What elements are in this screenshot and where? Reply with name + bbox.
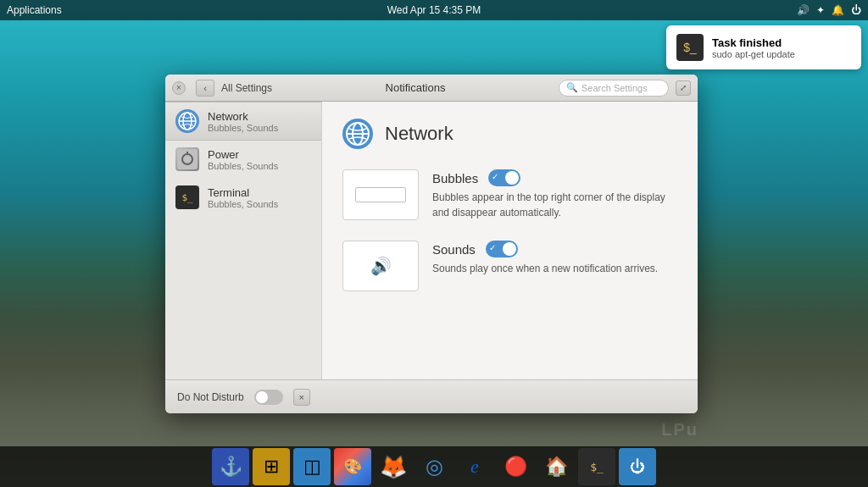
firefox-icon: 🦊 — [380, 454, 407, 480]
terminal-label: Terminal — [208, 186, 278, 199]
content-network-icon — [342, 119, 373, 149]
taskbar-app-toggle[interactable]: ⏻ — [619, 448, 656, 485]
network-label: Network — [208, 110, 278, 123]
window-title: Notifications — [279, 81, 552, 94]
toast-subtitle: sudo apt-get update — [712, 49, 795, 59]
taskbar-app-virtualbox[interactable]: ◫ — [293, 448, 331, 485]
terminal-sub: Bubbles, Sounds — [208, 199, 278, 209]
chrome-icon: 🔴 — [504, 456, 527, 478]
sounds-toggle-container: ✓ — [486, 241, 518, 257]
notification-toast: $_ Task finished sudo apt-get update — [666, 25, 861, 69]
files-icon: 🏠 — [545, 456, 568, 478]
page-title: Network — [385, 123, 453, 145]
bubbles-title: Bubbles — [432, 171, 478, 185]
sounds-description: Sounds play once when a new notification… — [432, 261, 677, 276]
network-icon — [175, 109, 199, 133]
nemo-icon: 🎨 — [343, 457, 362, 476]
content-header: Network — [342, 119, 677, 149]
toggle-icon: ⏻ — [630, 458, 645, 476]
do-not-disturb-label: Do Not Disturb — [177, 391, 244, 403]
sounds-header-row: Sounds ✓ — [432, 241, 677, 257]
anchor-icon: ⚓ — [220, 456, 242, 478]
toast-app-icon: $_ — [676, 34, 704, 61]
watermark: LPu — [661, 420, 698, 440]
sounds-info: Sounds ✓ Sounds play once when a new not… — [432, 241, 677, 276]
toast-title: Task finished — [712, 36, 795, 49]
power-text-block: Power Bubbles, Sounds — [208, 148, 278, 171]
window-footer: Do Not Disturb × — [165, 379, 698, 413]
taskbar-app-chrome[interactable]: 🔴 — [497, 448, 534, 485]
taskbar-app-firefox[interactable]: 🦊 — [375, 448, 412, 485]
bluetooth-icon[interactable]: ✦ — [816, 4, 825, 16]
sounds-toggle[interactable]: ✓ — [486, 241, 518, 257]
ie-icon: e — [470, 456, 479, 478]
close-button[interactable]: × — [172, 81, 186, 95]
taskbar-app-files[interactable]: 🏠 — [537, 448, 575, 485]
applications-menu[interactable]: Applications — [7, 4, 62, 16]
network-text-block: Network Bubbles, Sounds — [208, 110, 278, 133]
terminal-text-block: Terminal Bubbles, Sounds — [208, 186, 278, 209]
network-sub: Bubbles, Sounds — [208, 123, 278, 133]
terminal-icon-sidebar: $_ — [175, 185, 199, 209]
datetime-display: Wed Apr 15 4:35 PM — [387, 4, 481, 16]
expand-button[interactable]: ⤢ — [676, 80, 691, 96]
sounds-toggle-check: ✓ — [489, 243, 496, 252]
virtualbox-icon: ◫ — [303, 456, 321, 478]
all-settings-link[interactable]: All Settings — [221, 82, 272, 94]
taskbar-app-nemo[interactable]: 🎨 — [334, 448, 371, 485]
sounds-preview: 🔊 — [342, 241, 419, 291]
settings-window: × ‹ All Settings Notifications 🔍 Search … — [165, 75, 698, 413]
bubbles-preview — [342, 169, 419, 220]
taskbar: ⚓ ⊞ ◫ 🎨 🦊 ◎ e 🔴 🏠 $_ ⏻ — [0, 446, 868, 487]
bubbles-toggle-container: ✓ — [488, 169, 520, 186]
main-content: Network Bubbles ✓ Bubble — [322, 102, 698, 379]
titlebar: × ‹ All Settings Notifications 🔍 Search … — [165, 75, 698, 102]
terminal-icon: $_ — [590, 461, 604, 473]
sidebar-item-power[interactable]: Power Bubbles, Sounds — [165, 141, 321, 179]
power-sub: Bubbles, Sounds — [208, 161, 278, 171]
sidebar: Network Bubbles, Sounds Power Bubbles, S… — [165, 102, 322, 379]
footer-close-button[interactable]: × — [293, 389, 310, 406]
sound-preview-icon: 🔊 — [370, 256, 392, 276]
sidebar-item-network[interactable]: Network Bubbles, Sounds — [165, 102, 321, 141]
top-panel: Applications Wed Apr 15 4:35 PM 🔊 ✦ 🔔 ⏻ — [0, 0, 868, 20]
back-button[interactable]: ‹ — [196, 80, 214, 97]
bubbles-toggle[interactable]: ✓ — [488, 169, 520, 186]
sounds-title: Sounds — [432, 242, 476, 257]
bubble-preview-input — [355, 187, 406, 202]
sidebar-item-terminal[interactable]: $_ Terminal Bubbles, Sounds — [165, 179, 321, 217]
taskbar-app-terminal[interactable]: $_ — [578, 448, 615, 485]
puzzle-icon: ⊞ — [264, 456, 279, 478]
bubbles-header-row: Bubbles ✓ — [432, 169, 677, 186]
taskbar-app-anchor[interactable]: ⚓ — [212, 448, 249, 485]
bell-icon[interactable]: 🔔 — [832, 4, 844, 16]
bubbles-info: Bubbles ✓ Bubbles appear in the top righ… — [432, 169, 677, 220]
search-icon: 🔍 — [566, 82, 578, 93]
power-icon-sidebar — [175, 147, 199, 171]
do-not-disturb-toggle[interactable] — [254, 390, 283, 405]
power-label: Power — [208, 148, 278, 161]
taskbar-app-chromium[interactable]: ◎ — [415, 448, 453, 485]
sounds-notification-item: 🔊 Sounds ✓ Sounds play once when a new n… — [342, 241, 677, 291]
search-placeholder: Search Settings — [581, 83, 648, 93]
volume-icon[interactable]: 🔊 — [797, 4, 810, 16]
power-icon[interactable]: ⏻ — [851, 4, 861, 16]
bubbles-description: Bubbles appear in the top right corner o… — [432, 190, 677, 220]
window-body: Network Bubbles, Sounds Power Bubbles, S… — [165, 102, 698, 379]
bubbles-notification-item: Bubbles ✓ Bubbles appear in the top righ… — [342, 169, 677, 220]
toast-content: Task finished sudo apt-get update — [712, 36, 795, 59]
chromium-icon: ◎ — [426, 455, 443, 479]
taskbar-app-puzzle[interactable]: ⊞ — [253, 448, 290, 485]
taskbar-app-ie[interactable]: e — [456, 448, 493, 485]
bubbles-toggle-check: ✓ — [492, 172, 498, 181]
search-box[interactable]: 🔍 Search Settings — [559, 80, 669, 97]
